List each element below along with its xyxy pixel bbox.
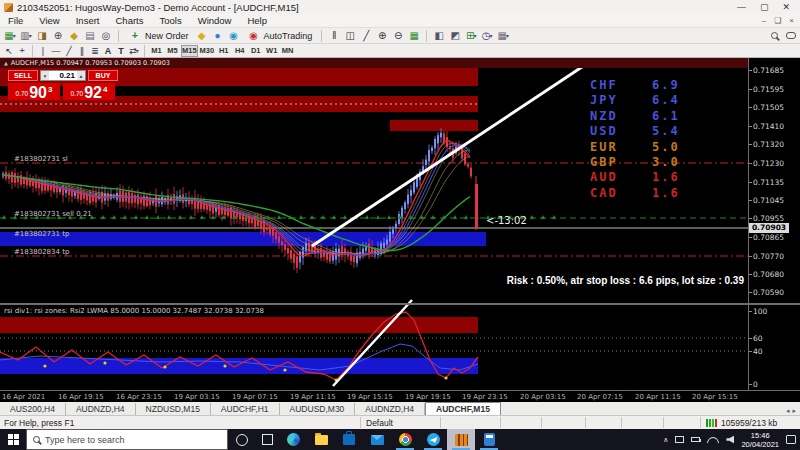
candle-chart-icon[interactable]: ◫ bbox=[343, 29, 357, 42]
line-chart-icon[interactable]: ╱ bbox=[359, 29, 373, 42]
taskbar-app-calculator[interactable] bbox=[475, 429, 503, 450]
taskbar-clock[interactable]: 15:46 20/04/2021 bbox=[741, 431, 779, 449]
timeframe-h4[interactable]: H4 bbox=[232, 45, 247, 57]
close-button[interactable]: ✕ bbox=[782, 2, 790, 12]
buy-price[interactable]: 0.70924 bbox=[63, 83, 115, 100]
timeframe-m30[interactable]: M30 bbox=[199, 45, 216, 57]
lot-decrease-icon[interactable]: ▼ bbox=[41, 71, 49, 80]
taskbar-app-chrome[interactable] bbox=[391, 429, 419, 450]
time-axis[interactable]: 16 Apr 202116 Apr 19:1516 Apr 23:1519 Ap… bbox=[0, 390, 800, 402]
taskbar-app-store[interactable] bbox=[335, 429, 363, 450]
tray-expand-icon[interactable]: ∧ bbox=[663, 436, 668, 444]
bar-chart-icon[interactable]: ‖ bbox=[327, 29, 341, 42]
horizontal-line-icon[interactable]: — bbox=[50, 45, 62, 57]
taskbar-app-edge[interactable] bbox=[279, 429, 307, 450]
vertical-line-icon[interactable]: | bbox=[37, 45, 49, 57]
child-restore-button[interactable]: ❏ bbox=[774, 16, 781, 25]
start-button[interactable] bbox=[0, 429, 26, 450]
sell-price[interactable]: 0.70903 bbox=[8, 83, 60, 100]
child-close-button[interactable]: × bbox=[789, 16, 794, 25]
child-minimize-button[interactable]: – bbox=[762, 16, 766, 25]
autotrading-button[interactable]: ◉AutoTrading bbox=[243, 29, 317, 43]
tab-scroll-left-icon[interactable]: ◂ bbox=[786, 407, 790, 415]
maximize-button[interactable]: ▢ bbox=[760, 2, 769, 12]
symbol-search-icon[interactable]: ◎ bbox=[99, 29, 113, 42]
window-grid-icon[interactable]: ▤ bbox=[83, 29, 97, 42]
taskbar-app-mail[interactable] bbox=[363, 429, 391, 450]
tab-scroll-right-icon[interactable]: ▸ bbox=[792, 407, 796, 415]
fibonacci-icon[interactable]: ≣ bbox=[89, 45, 101, 57]
timeframe-mn[interactable]: MN bbox=[280, 45, 295, 57]
chart-tab-audchf-m15[interactable]: AUDCHF,M15 bbox=[425, 402, 501, 415]
task-view-icon[interactable] bbox=[262, 434, 273, 445]
menu-help[interactable]: Help bbox=[239, 15, 275, 26]
pane-separator[interactable] bbox=[0, 303, 800, 305]
zoom-out-icon[interactable]: ⊖ bbox=[391, 29, 405, 42]
action-center-icon[interactable] bbox=[786, 435, 796, 444]
taskbar-app-mt4[interactable] bbox=[447, 429, 475, 450]
new-order-button[interactable]: +New Order bbox=[124, 29, 193, 43]
cursor-icon[interactable]: ↖ bbox=[3, 45, 15, 57]
collapse-icon[interactable]: ▲ bbox=[4, 60, 8, 66]
taskbar-search-input[interactable]: Type here to search bbox=[26, 429, 228, 450]
auto-scroll-icon[interactable]: ⊕ bbox=[51, 29, 65, 42]
buy-button[interactable]: BUY bbox=[88, 70, 118, 81]
price-chart[interactable] bbox=[0, 58, 800, 390]
sell-button[interactable]: SELL bbox=[8, 70, 38, 81]
menu-charts[interactable]: Charts bbox=[108, 15, 152, 26]
arrange-horizontal-icon[interactable]: ◧ bbox=[432, 29, 446, 42]
zoom-in-icon[interactable]: ⊕ bbox=[375, 29, 389, 42]
price-axis[interactable]: 0.716850.715950.715050.714100.713200.712… bbox=[748, 58, 800, 390]
timeframe-m5[interactable]: M5 bbox=[165, 45, 180, 57]
timeframe-m1[interactable]: M1 bbox=[149, 45, 164, 57]
periods-icon[interactable]: ◷▾ bbox=[480, 29, 494, 42]
arrows-tool-icon[interactable]: ⇄▾ bbox=[128, 45, 140, 57]
tray-monitor-icon[interactable] bbox=[675, 436, 684, 443]
timeframe-w1[interactable]: W1 bbox=[264, 45, 279, 57]
tray-wifi-icon[interactable] bbox=[707, 437, 719, 443]
new-chart-icon[interactable]: ▦▾ bbox=[3, 29, 17, 42]
chart-tab-audusd-m30[interactable]: AUDUSD,M30 bbox=[280, 403, 356, 415]
community-icon[interactable]: ◉ bbox=[227, 29, 241, 42]
market-icon[interactable]: ● bbox=[211, 29, 225, 42]
text-label-icon[interactable]: T bbox=[115, 45, 127, 57]
metaeditor-icon[interactable]: ◆ bbox=[195, 29, 209, 42]
tray-speaker-icon[interactable] bbox=[726, 436, 734, 444]
taskbar-app-telegram[interactable] bbox=[419, 429, 447, 450]
trendline-icon[interactable]: ╱ bbox=[63, 45, 75, 57]
tray-battery-icon[interactable] bbox=[691, 437, 700, 442]
tile-windows-icon[interactable]: ▦ bbox=[407, 29, 421, 42]
chart-tab-nzdusd-m15[interactable]: NZDUSD,M15 bbox=[136, 403, 211, 415]
cortana-icon[interactable] bbox=[236, 434, 248, 446]
timeframe-m15[interactable]: M15 bbox=[181, 45, 198, 57]
lot-size-value[interactable]: 0.21 bbox=[49, 71, 77, 80]
chart-tab-aus200-h4[interactable]: AUS200,H4 bbox=[0, 403, 66, 415]
indicators-icon[interactable]: ⊞▾ bbox=[464, 29, 478, 42]
chart-shift-icon[interactable]: ◨ bbox=[35, 29, 49, 42]
text-icon[interactable]: A bbox=[102, 45, 114, 57]
crosshair-icon[interactable]: ＋ bbox=[16, 45, 28, 57]
profiles-icon[interactable]: ▥▾ bbox=[19, 29, 33, 42]
minimize-button[interactable]: — bbox=[737, 2, 746, 12]
taskbar-app-explorer[interactable] bbox=[307, 429, 335, 450]
search-icon[interactable] bbox=[771, 32, 778, 39]
menu-insert[interactable]: Insert bbox=[68, 15, 108, 26]
chart-tab-audnzd-h4[interactable]: AUDNZD,H4 bbox=[355, 403, 425, 415]
chat-icon[interactable] bbox=[786, 32, 796, 39]
menu-file[interactable]: File bbox=[0, 15, 31, 26]
template-menu-icon[interactable]: ▦▾ bbox=[496, 29, 510, 42]
menu-view[interactable]: View bbox=[31, 15, 67, 26]
menu-tools[interactable]: Tools bbox=[151, 15, 189, 26]
timeframe-d1[interactable]: D1 bbox=[248, 45, 263, 57]
status-profile[interactable]: Default bbox=[360, 417, 440, 428]
templates-icon[interactable]: ◆ bbox=[67, 29, 81, 42]
lot-size-stepper[interactable]: ▼ 0.21 ▲ bbox=[40, 70, 86, 81]
sell-price-main: 90 bbox=[29, 86, 47, 99]
timeframe-h1[interactable]: H1 bbox=[216, 45, 231, 57]
chart-tab-audchf-h1[interactable]: AUDCHF,H1 bbox=[211, 403, 280, 415]
channel-icon[interactable]: ∥ bbox=[76, 45, 88, 57]
chart-tab-audnzd-h4[interactable]: AUDNZD,H4 bbox=[66, 403, 136, 415]
arrange-vertical-icon[interactable]: ◩ bbox=[448, 29, 462, 42]
lot-increase-icon[interactable]: ▲ bbox=[77, 71, 85, 80]
menu-window[interactable]: Window bbox=[190, 15, 240, 26]
